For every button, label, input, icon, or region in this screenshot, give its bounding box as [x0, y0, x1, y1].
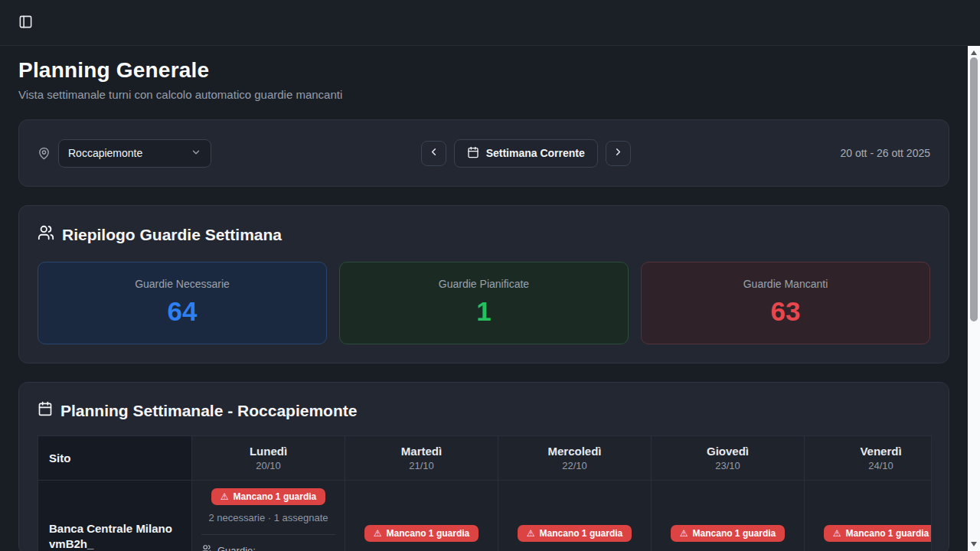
- main-content: Planning Generale Vista settimanale turn…: [0, 46, 968, 551]
- stat-guardie-necessarie: Guardie Necessarie 64: [38, 262, 327, 344]
- table-row: Banca Centrale Milano vmB2h_ ⚠ Mancano 1…: [38, 481, 932, 551]
- stat-label: Guardie Necessarie: [46, 278, 318, 290]
- missing-guard-badge: ⚠ Mancano 1 guardia: [824, 525, 932, 542]
- warning-icon: ⚠: [680, 529, 688, 538]
- previous-week-button[interactable]: [421, 141, 446, 166]
- current-week-button[interactable]: Settimana Corrente: [454, 139, 598, 168]
- week-date-range: 20 ott - 26 ott 2025: [840, 147, 930, 159]
- column-header-venerdi: Venerdì 24/10: [805, 436, 932, 481]
- guards-label: Guardie:: [217, 545, 256, 551]
- shift-cell-lunedi[interactable]: ⚠ Mancano 1 guardia 2 necessarie · 1 ass…: [192, 481, 345, 551]
- current-week-button-label: Settimana Corrente: [486, 147, 585, 159]
- shift-cell-giovedi[interactable]: ⚠ Mancano 1 guardia 1 necessarie · 0 ass…: [652, 481, 805, 551]
- panel-left-icon: [18, 15, 33, 31]
- column-header-sito: Sito: [38, 436, 192, 481]
- page-subtitle: Vista settimanale turni con calcolo auto…: [18, 88, 949, 101]
- stat-value: 1: [348, 296, 620, 327]
- stat-label: Guardie Mancanti: [649, 278, 922, 290]
- warning-icon: ⚠: [374, 529, 382, 538]
- sidebar-toggle-button[interactable]: [14, 11, 37, 34]
- site-cell: Banca Centrale Milano vmB2h_: [38, 481, 192, 551]
- stat-guardie-pianificate: Guardie Pianificate 1: [339, 262, 629, 344]
- next-week-button[interactable]: [606, 141, 631, 166]
- missing-guard-badge: ⚠ Mancano 1 guardia: [211, 488, 325, 505]
- topbar: [0, 0, 980, 46]
- summary-title: Riepilogo Guardie Settimana: [62, 226, 282, 244]
- column-header-giovedi: Giovedì 23/10: [652, 436, 805, 481]
- week-toolbar: Roccapiemonte: [18, 119, 949, 187]
- users-icon: [201, 544, 212, 551]
- missing-guard-badge: ⚠ Mancano 1 guardia: [671, 525, 785, 542]
- stat-guardie-mancanti: Guardie Mancanti 63: [641, 262, 930, 344]
- users-icon: [38, 224, 54, 245]
- location-select[interactable]: Roccapiemonte: [58, 139, 211, 168]
- location-select-value: Roccapiemonte: [68, 147, 142, 159]
- chevron-left-icon: [428, 146, 439, 160]
- cell-stats: 2 necessarie · 1 assegnate: [208, 512, 328, 523]
- missing-guard-badge: ⚠ Mancano 1 guardia: [518, 525, 632, 542]
- column-header-mercoledi: Mercoledì 22/10: [498, 436, 652, 481]
- shift-cell-venerdi[interactable]: ⚠ Mancano 1 guardia 1 necessarie · 0 ass…: [805, 481, 932, 551]
- planning-title: Planning Settimanale - Roccapiemonte: [60, 402, 357, 420]
- page-title: Planning Generale: [18, 58, 949, 83]
- scrollbar-thumb[interactable]: [970, 57, 978, 321]
- column-header-lunedi: Lunedì 20/10: [192, 436, 345, 481]
- calendar-icon: [467, 146, 479, 161]
- column-header-martedi: Martedì 21/10: [345, 436, 498, 481]
- chevron-down-icon: [191, 147, 201, 160]
- scrollbar-up-arrow[interactable]: [968, 47, 980, 58]
- map-pin-icon: [38, 147, 51, 160]
- warning-icon: ⚠: [220, 492, 229, 501]
- table-header-row: Sito Lunedì 20/10 Martedì 21/10 Mercoled…: [38, 436, 932, 481]
- stat-value: 64: [46, 296, 318, 327]
- chevron-right-icon: [612, 146, 624, 160]
- divider: [201, 534, 335, 535]
- stat-value: 63: [649, 296, 922, 327]
- stat-label: Guardie Pianificate: [348, 278, 620, 290]
- warning-icon: ⚠: [833, 529, 841, 538]
- site-name: Banca Centrale Milano vmB2h_: [49, 521, 182, 551]
- warning-icon: ⚠: [527, 529, 535, 538]
- shift-cell-mercoledi[interactable]: ⚠ Mancano 1 guardia 1 necessarie · 0 ass…: [498, 481, 652, 551]
- missing-guard-badge: ⚠ Mancano 1 guardia: [364, 525, 479, 542]
- shift-cell-martedi[interactable]: ⚠ Mancano 1 guardia 1 necessarie · 0 ass…: [345, 481, 498, 551]
- planning-card: Planning Settimanale - Roccapiemonte Sit…: [18, 382, 949, 551]
- planning-table: Sito Lunedì 20/10 Martedì 21/10 Mercoled…: [38, 435, 932, 551]
- scrollbar-down-arrow[interactable]: [968, 539, 980, 549]
- vertical-scrollbar[interactable]: [968, 46, 980, 551]
- summary-card: Riepilogo Guardie Settimana Guardie Nece…: [18, 205, 949, 364]
- calendar-icon: [38, 401, 53, 420]
